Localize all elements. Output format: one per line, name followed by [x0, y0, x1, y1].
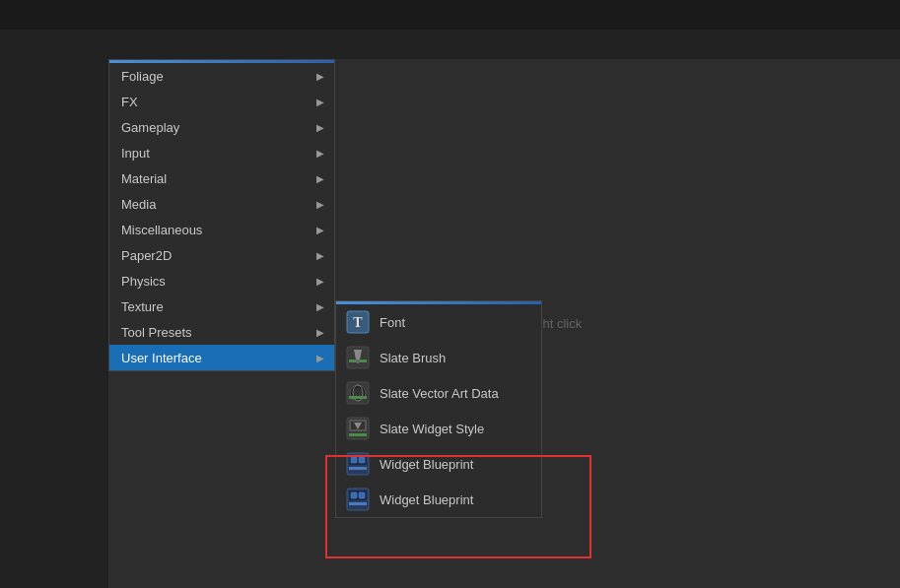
svg-rect-19: [349, 502, 367, 505]
menu-item-miscellaneous[interactable]: Miscellaneous ▶: [109, 217, 334, 242]
menu-item-user-interface-label: User Interface: [121, 351, 316, 365]
menu-arrow-tool-presets: ▶: [316, 327, 324, 338]
submenu-widget-blueprint-1-label: Widget Blueprint: [380, 457, 473, 472]
slate-widget-style-icon: [346, 417, 370, 440]
menu-item-physics[interactable]: Physics ▶: [109, 268, 334, 294]
menu-item-material-label: Material: [121, 171, 316, 186]
widget-blueprint-2-icon: [346, 488, 370, 511]
svg-rect-22: [359, 492, 365, 498]
menu-arrow-media: ▶: [316, 199, 324, 210]
menu-arrow-input: ▶: [316, 148, 324, 159]
menu-item-miscellaneous-label: Miscellaneous: [121, 223, 316, 237]
menu-arrow-physics: ▶: [316, 276, 324, 287]
submenu-item-widget-blueprint-1[interactable]: Widget Blueprint: [336, 446, 541, 482]
menu-item-media-label: Media: [121, 197, 316, 212]
menu-item-tool-presets[interactable]: Tool Presets ▶: [109, 319, 334, 345]
svg-text:T: T: [353, 315, 363, 330]
menu-item-gameplay-label: Gameplay: [121, 120, 316, 135]
svg-rect-14: [349, 467, 367, 470]
svg-rect-16: [351, 457, 357, 463]
slate-vector-icon: [346, 381, 370, 405]
submenu-slate-vector-label: Slate Vector Art Data: [380, 386, 499, 401]
menu-item-input-label: Input: [121, 146, 316, 161]
submenu-widget-blueprint-2-label: Widget Blueprint: [380, 492, 473, 507]
menu-arrow-miscellaneous: ▶: [316, 225, 324, 235]
submenu-item-widget-blueprint-2[interactable]: Widget Blueprint: [336, 482, 541, 517]
menu-item-user-interface[interactable]: User Interface ▶: [109, 345, 334, 370]
second-bar: [0, 30, 900, 59]
widget-blueprint-1-icon: [346, 452, 370, 476]
menu-item-tool-presets-label: Tool Presets: [121, 325, 316, 340]
svg-rect-8: [349, 396, 367, 399]
menu-item-media[interactable]: Media ▶: [109, 191, 334, 217]
menu-arrow-texture: ▶: [316, 301, 324, 312]
menu-arrow-user-interface: ▶: [316, 353, 324, 363]
menu-arrow-gameplay: ▶: [316, 122, 324, 133]
svg-rect-11: [349, 433, 367, 436]
menu-item-paper2d[interactable]: Paper2D ▶: [109, 242, 334, 268]
left-panel: [0, 59, 108, 588]
menu-item-gameplay[interactable]: Gameplay ▶: [109, 114, 334, 140]
submenu-item-slate-vector-art-data[interactable]: Slate Vector Art Data: [336, 375, 541, 411]
menu-item-foliage[interactable]: Foliage ▶: [109, 63, 334, 89]
svg-rect-17: [359, 457, 365, 463]
slate-brush-icon: [346, 346, 370, 369]
menu-item-foliage-label: Foliage: [121, 69, 316, 84]
top-bar: [0, 0, 900, 30]
menu-item-fx-label: FX: [121, 95, 316, 109]
submenu-panel: T Font Slate Brush: [335, 300, 542, 518]
svg-rect-21: [351, 492, 357, 498]
font-icon: T: [346, 310, 370, 334]
menu-arrow-foliage: ▶: [316, 71, 324, 82]
menu-item-physics-label: Physics: [121, 274, 316, 289]
menu-arrow-paper2d: ▶: [316, 250, 324, 261]
menu-item-input[interactable]: Input ▶: [109, 140, 334, 165]
menu-item-fx[interactable]: FX ▶: [109, 89, 334, 114]
menu-item-texture[interactable]: Texture ▶: [109, 294, 334, 319]
menu-arrow-material: ▶: [316, 173, 324, 184]
submenu-item-font[interactable]: T Font: [336, 304, 541, 340]
menu-arrow-fx: ▶: [316, 97, 324, 107]
submenu-item-slate-brush[interactable]: Slate Brush: [336, 340, 541, 375]
submenu-slate-brush-label: Slate Brush: [380, 351, 446, 365]
menu-item-texture-label: Texture: [121, 299, 316, 314]
submenu-item-slate-widget-style[interactable]: Slate Widget Style: [336, 411, 541, 446]
menu-item-paper2d-label: Paper2D: [121, 248, 316, 263]
submenu-slate-widget-style-label: Slate Widget Style: [380, 422, 484, 436]
submenu-font-label: Font: [380, 315, 405, 330]
menu-panel: Foliage ▶ FX ▶ Gameplay ▶ Input ▶ Materi…: [108, 59, 335, 371]
main-area: Drop files here or right click Foliage ▶…: [0, 59, 900, 588]
menu-item-material[interactable]: Material ▶: [109, 165, 334, 191]
